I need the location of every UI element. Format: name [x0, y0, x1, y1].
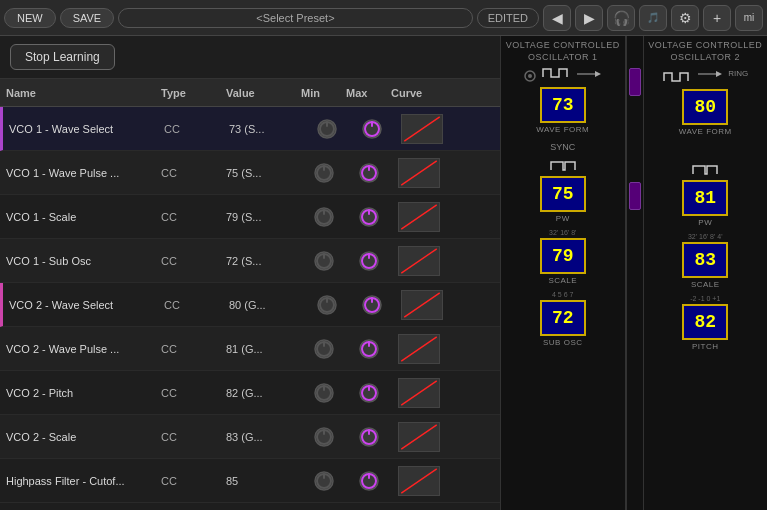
col-header-min: Min [301, 87, 346, 99]
table-row[interactable]: Highpass Filter - Cutof... CC 85 [0, 459, 500, 503]
more-icon[interactable]: mi [735, 5, 763, 31]
cell-max[interactable] [349, 292, 394, 318]
cell-max[interactable] [346, 204, 391, 230]
osc2-pitch-display[interactable]: 82 [682, 304, 728, 340]
cell-max[interactable] [349, 116, 394, 142]
table-row[interactable]: VCO 1 - Wave Select CC 73 (S... [0, 107, 500, 151]
osc1-pw-display[interactable]: 75 [540, 176, 586, 212]
cell-min[interactable] [301, 160, 346, 186]
min-knob[interactable] [311, 424, 337, 450]
osc2-scale-markings: 32' 16' 8' 4' [688, 233, 723, 240]
table-row[interactable]: VCO 1 - Sub Osc CC 72 (S... [0, 239, 500, 283]
min-knob[interactable] [311, 248, 337, 274]
table-body[interactable]: VCO 1 - Wave Select CC 73 (S... VCO 1 - … [0, 107, 500, 510]
cell-min[interactable] [301, 424, 346, 450]
osc2-pw-display[interactable]: 81 [682, 180, 728, 216]
curve-cell[interactable] [398, 158, 440, 188]
min-knob[interactable] [311, 336, 337, 362]
osc1-subosc-display[interactable]: 72 [540, 300, 586, 336]
osc2-pw-label: PW [698, 218, 712, 227]
forward-button[interactable]: ▶ [575, 5, 603, 31]
max-knob[interactable] [359, 292, 385, 318]
osc1-waveform-label: WAVE FORM [536, 125, 589, 134]
back-button[interactable]: ◀ [543, 5, 571, 31]
preset-selector[interactable]: <Select Preset> [118, 8, 472, 28]
zoom-icon[interactable]: + [703, 5, 731, 31]
curve-cell[interactable] [398, 466, 440, 496]
osc2-scale-display[interactable]: 83 [682, 242, 728, 278]
cell-curve[interactable] [391, 334, 446, 364]
curve-cell[interactable] [398, 246, 440, 276]
cell-curve[interactable] [391, 422, 446, 452]
max-knob[interactable] [356, 424, 382, 450]
new-button[interactable]: NEW [4, 8, 56, 28]
min-knob[interactable] [314, 292, 340, 318]
cell-value: 85 [226, 475, 301, 487]
curve-cell[interactable] [398, 334, 440, 364]
cell-min[interactable] [301, 204, 346, 230]
table-row[interactable]: VCO 1 - Scale CC 79 (S... [0, 195, 500, 239]
max-knob[interactable] [356, 336, 382, 362]
stop-learning-button[interactable]: Stop Learning [10, 44, 115, 70]
table-row[interactable]: VCO 2 - Wave Select CC 80 (G... [0, 283, 500, 327]
max-knob[interactable] [356, 380, 382, 406]
table-row[interactable]: VCO 2 - Wave Pulse ... CC 81 (G... [0, 327, 500, 371]
col-header-value: Value [226, 87, 301, 99]
osc2-pitch-block: -2 -1 0 +1 82 PITCH [644, 293, 768, 355]
cell-max[interactable] [346, 160, 391, 186]
cell-min[interactable] [304, 292, 349, 318]
osc1-title: VOLTAGE CONTROLLED OSCILLATOR 1 [504, 36, 622, 65]
sync-slider[interactable] [629, 68, 641, 96]
curve-cell[interactable] [401, 114, 443, 144]
cell-max[interactable] [346, 468, 391, 494]
osc2-waveform-block: 80 WAVE FORM [644, 85, 768, 140]
keyb-cv-slider[interactable] [629, 182, 641, 210]
table-row[interactable]: VCO 2 - Scale CC 83 (G... [0, 415, 500, 459]
max-knob[interactable] [356, 248, 382, 274]
svg-line-20 [401, 204, 436, 228]
max-knob[interactable] [356, 468, 382, 494]
headphones-icon[interactable]: 🎧 [607, 5, 635, 31]
midi-icon[interactable]: 🎵 [639, 5, 667, 31]
min-knob[interactable] [311, 160, 337, 186]
curve-cell[interactable] [398, 378, 440, 408]
svg-line-48 [401, 380, 436, 404]
osc2-waveform-display[interactable]: 80 [682, 89, 728, 125]
cell-min[interactable] [301, 380, 346, 406]
cell-curve[interactable] [394, 290, 449, 320]
save-button[interactable]: SAVE [60, 8, 115, 28]
min-knob[interactable] [311, 468, 337, 494]
max-knob[interactable] [356, 160, 382, 186]
cell-max[interactable] [346, 248, 391, 274]
curve-cell[interactable] [398, 202, 440, 232]
cell-curve[interactable] [391, 202, 446, 232]
cell-curve[interactable] [391, 378, 446, 408]
table-header: Name Type Value Min Max Curve [0, 79, 500, 107]
cell-max[interactable] [346, 380, 391, 406]
cell-curve[interactable] [394, 114, 449, 144]
curve-cell[interactable] [398, 422, 440, 452]
curve-cell[interactable] [401, 290, 443, 320]
osc1-scale-block: 32' 16' 8' 79 SCALE [501, 227, 625, 289]
max-knob[interactable] [359, 116, 385, 142]
cell-curve[interactable] [391, 466, 446, 496]
cell-min[interactable] [301, 468, 346, 494]
table-row[interactable]: VCO 1 - Wave Pulse ... CC 75 (S... [0, 151, 500, 195]
cell-min[interactable] [301, 336, 346, 362]
cell-max[interactable] [346, 424, 391, 450]
table-row[interactable]: VCO 2 - Pitch CC 82 (G... [0, 371, 500, 415]
cell-min[interactable] [301, 248, 346, 274]
cell-curve[interactable] [391, 246, 446, 276]
cell-min[interactable] [304, 116, 349, 142]
svg-line-34 [404, 292, 439, 316]
max-knob[interactable] [356, 204, 382, 230]
osc1-scale-display[interactable]: 79 [540, 238, 586, 274]
svg-line-27 [401, 248, 436, 272]
osc1-waveform-display[interactable]: 73 [540, 87, 586, 123]
cell-curve[interactable] [391, 158, 446, 188]
min-knob[interactable] [311, 204, 337, 230]
settings-icon[interactable]: ⚙ [671, 5, 699, 31]
min-knob[interactable] [311, 380, 337, 406]
cell-max[interactable] [346, 336, 391, 362]
min-knob[interactable] [314, 116, 340, 142]
